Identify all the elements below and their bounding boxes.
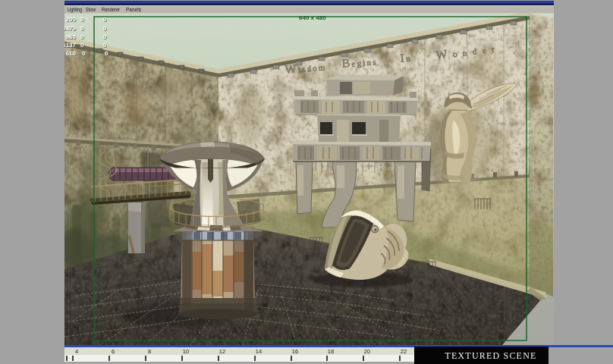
svg-text:0: 0 [80,33,84,40]
svg-text:0: 0 [105,50,108,57]
svg-text:610: 610 [66,50,77,57]
svg-text:0: 0 [80,42,84,49]
svg-text:16: 16 [292,348,298,355]
svg-text:Panels: Panels [126,6,141,13]
svg-text:18: 18 [328,348,334,355]
svg-text:4: 4 [75,348,78,355]
svg-text:10: 10 [183,348,189,355]
svg-text:14: 14 [256,348,262,355]
svg-text:0: 0 [82,50,86,57]
svg-text:Lighting: Lighting [68,6,82,13]
svg-text:0: 0 [103,16,107,23]
svg-text:Renderer: Renderer [102,6,120,13]
svg-text:20: 20 [364,348,370,355]
svg-text:965: 965 [66,33,77,40]
svg-text:Show: Show [86,6,96,13]
svg-text:8: 8 [148,348,151,355]
svg-text:0: 0 [103,42,107,49]
svg-text:12: 12 [219,348,225,355]
svg-text:0: 0 [103,25,107,32]
svg-text:0: 0 [80,16,84,23]
svg-text:200: 200 [66,16,77,23]
svg-text:0: 0 [103,33,107,40]
svg-text:640 x 480: 640 x 480 [299,14,326,21]
svg-text:6: 6 [112,348,115,355]
svg-text:0: 0 [80,25,84,32]
svg-text:22: 22 [401,348,407,355]
svg-text:TEXTURED SCENE: TEXTURED SCENE [445,350,536,361]
